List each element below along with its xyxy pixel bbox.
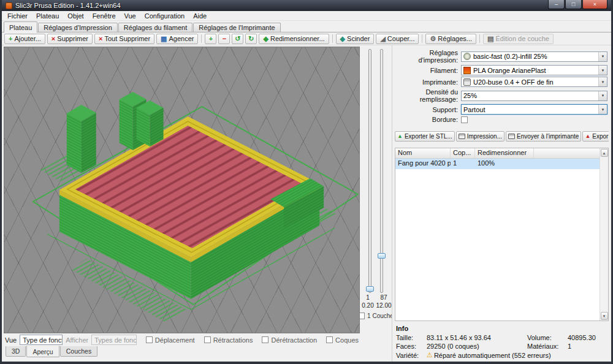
support-label: Support: (395, 106, 461, 113)
infill-density-label: Densité du remplissage: (395, 88, 461, 103)
filament-select[interactable]: PLA Orange ArianePlast ▼ (461, 65, 607, 75)
layer-slider-bottom[interactable] (368, 49, 371, 293)
print-settings-select[interactable]: basic-fast (0.2)-infill 25% ▼ (461, 51, 607, 62)
one-layer-checkbox[interactable]: 1 Couche (358, 313, 394, 319)
export-stl-button[interactable]: ▲ Exporter le STL... (395, 131, 455, 142)
tab-3d[interactable]: 3D (6, 346, 26, 357)
manifold-value-wrap: ⚠ Réparé automatiquement (552 erreurs) (427, 351, 607, 359)
unretractions-checkbox-icon (262, 336, 268, 343)
tab-plateau[interactable]: Plateau (4, 21, 37, 32)
layer-editing-label: Édition de couche (495, 35, 549, 42)
scroll-up-icon[interactable]: ▲ (601, 149, 608, 157)
volume-label: Volume: (527, 334, 565, 341)
delete-button[interactable]: × Supprimer (47, 34, 93, 44)
delete-all-button[interactable]: × Tout Supprimer (94, 34, 154, 44)
filament-value: PLA Orange ArianePlast (473, 67, 546, 74)
column-header-nom[interactable]: Nom (395, 148, 451, 158)
bottom-layer-slider-handle[interactable] (366, 286, 374, 292)
object-settings-button[interactable]: ⚙ Réglages... (425, 34, 476, 44)
export-gcode-button[interactable]: ▲ Exporter le G-code... (582, 131, 609, 142)
shells-label: Coques (335, 336, 359, 344)
sliced-model-preview (4, 47, 359, 333)
view-mode-value: Type de fonctionnalité (23, 336, 63, 344)
shells-checkbox-icon (326, 336, 333, 343)
table-row[interactable]: Fang pour 4020 pour ... 1 100% (395, 159, 600, 169)
tab-apercu[interactable]: Aperçu (26, 346, 59, 357)
arrange-button[interactable]: ▦ Agencer (156, 34, 198, 44)
add-icon: + (9, 36, 12, 42)
support-value: Partout (463, 106, 485, 113)
maximize-button[interactable]: □ (565, 0, 582, 9)
column-header-filler (534, 148, 600, 158)
fewer-copies-button[interactable]: − (218, 34, 230, 44)
print-button[interactable]: Impression... (456, 131, 504, 142)
view-mode-select[interactable]: Type de fonctionnalité ▼ (20, 335, 63, 345)
printer-row: Imprimante: U20-buse 0.4 + OFF de fin ▼ (395, 77, 607, 87)
info-title: Info (396, 325, 607, 332)
rotate-cw-icon: ↻ (248, 36, 254, 42)
add-button[interactable]: + Ajouter... (4, 34, 45, 44)
materials-value: 1 (568, 343, 607, 350)
export-stl-label: Exporter le STL... (405, 133, 452, 140)
export-gcode-label: Exporter le G-code... (592, 133, 609, 140)
filament-row: Filament: PLA Orange ArianePlast ▼ (395, 65, 607, 75)
brim-checkbox[interactable] (461, 116, 468, 123)
top-layer-slider-handle[interactable] (378, 253, 386, 259)
print-bed-3d-view[interactable] (4, 47, 360, 333)
materials-label: Matériaux: (527, 343, 565, 350)
checkbox-unretractions[interactable]: Dérétractaction (262, 336, 317, 344)
manifold-value: Réparé automatiquement (552 erreurs) (434, 352, 551, 359)
menu-fichier[interactable]: Fichier (3, 12, 32, 20)
checkbox-retractions[interactable]: Rétractations (204, 336, 253, 344)
menu-plateau[interactable]: Plateau (32, 12, 63, 20)
infill-density-select[interactable]: 25% ▼ (461, 91, 607, 101)
toolbar-separator (201, 34, 202, 43)
brim-row: Bordure: (395, 116, 607, 123)
object-list-scrollbar[interactable]: ▲ ▼ (600, 148, 608, 320)
cut-button[interactable]: ◢ Couper... (376, 34, 419, 44)
close-button[interactable]: × (582, 0, 607, 9)
top-layer-z: 12.00 (376, 302, 392, 309)
minimize-button[interactable]: – (548, 0, 565, 9)
tab-reglages-imprimante[interactable]: Réglages de l'Imprimante (193, 23, 280, 32)
maximize-icon: □ (572, 2, 575, 7)
tab-reglages-filament[interactable]: Réglages du filament (118, 23, 192, 32)
menu-configuration[interactable]: Configuration (140, 12, 189, 20)
scale-button[interactable]: ◆ Redimensionner... (259, 34, 329, 44)
print-settings-icon (463, 53, 471, 60)
scroll-down-icon[interactable]: ▼ (601, 312, 608, 320)
checkbox-travel[interactable]: Déplacement (146, 336, 195, 344)
print-settings-value: basic-fast (0.2)-infill 25% (473, 53, 547, 60)
split-button[interactable]: ◈ Scinder (336, 34, 375, 44)
manifold-label: Variété: (396, 352, 424, 359)
menu-bar: Fichier Plateau Objet Fenêtre Vue Config… (2, 11, 611, 21)
layer-slider-top[interactable] (380, 49, 383, 293)
travel-checkbox-icon (146, 336, 153, 343)
menu-objet[interactable]: Objet (63, 12, 88, 20)
printer-select[interactable]: U20-buse 0.4 + OFF de fin ▼ (461, 77, 607, 87)
chevron-down-icon: ▼ (598, 66, 607, 75)
unretractions-label: Dérétractaction (271, 336, 317, 344)
volume-value: 40895.30 (568, 334, 607, 341)
column-header-scale[interactable]: Redimensionner (475, 148, 534, 158)
view-label: Vue (5, 336, 17, 344)
title-bar[interactable]: Slic3r Prusa Edition - 1.41.2+win64 – □ … (2, 0, 611, 11)
menu-aide[interactable]: Aide (189, 12, 211, 20)
tab-couches[interactable]: Couches (60, 346, 97, 357)
menu-fenetre[interactable]: Fenêtre (88, 12, 120, 20)
column-header-copies[interactable]: Cop... (451, 148, 475, 158)
show-select: Types de fonctionnalité ▼ (91, 335, 137, 345)
menu-vue[interactable]: Vue (120, 12, 140, 20)
support-select[interactable]: Partout ▼ (461, 104, 607, 115)
more-copies-button[interactable]: + (205, 34, 216, 44)
checkbox-shells[interactable]: Coques (326, 336, 359, 344)
tab-reglages-impression[interactable]: Réglages d'Impression (38, 23, 118, 32)
print-label: Impression... (467, 133, 502, 140)
chevron-down-icon: ▼ (598, 52, 607, 61)
rotate-cw-button[interactable]: ↻ (245, 34, 257, 44)
retractions-label: Rétractations (213, 336, 253, 344)
viewport-column: Vue Type de fonctionnalité ▼ Afficher Ty… (2, 45, 360, 362)
send-to-printer-button[interactable]: Envoyer à l'imprimante (506, 131, 581, 142)
rotate-ccw-button[interactable]: ↺ (232, 34, 243, 44)
cut-icon: ◢ (380, 36, 385, 42)
